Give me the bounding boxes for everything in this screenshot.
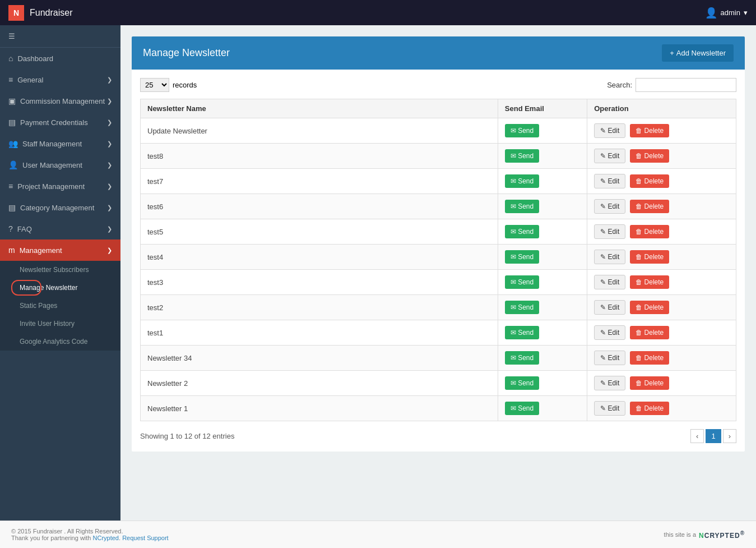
sidebar-label-payment: Payment Credentials xyxy=(20,118,88,127)
main-layout: ☰ ⌂ Dashboard ≡ General ❯ ▣ Commission M… xyxy=(0,25,756,521)
sidebar-subitem-google-analytics[interactable]: Google Analytics Code xyxy=(0,333,120,351)
pagination-page-1-button[interactable]: 1 xyxy=(706,429,721,443)
cell-newsletter-name: test6 xyxy=(141,194,498,219)
delete-button[interactable]: 🗑 Delete xyxy=(630,174,669,188)
ncrypted-link[interactable]: NCrypted xyxy=(93,535,119,541)
sidebar-label-user: User Management xyxy=(22,161,82,169)
search-input[interactable] xyxy=(636,78,736,92)
sidebar-subitem-static-pages[interactable]: Static Pages xyxy=(0,297,120,315)
sidebar-item-user[interactable]: 👤 User Management ❯ xyxy=(0,154,120,176)
records-label: records xyxy=(173,81,197,89)
delete-button[interactable]: 🗑 Delete xyxy=(630,351,669,365)
send-button[interactable]: ✉ Send xyxy=(505,200,539,213)
records-left: 25 50 100 records xyxy=(140,78,197,92)
edit-button[interactable]: ✎ Edit xyxy=(594,174,625,188)
send-button[interactable]: ✉ Send xyxy=(505,124,539,137)
sidebar-subitem-manage-newsletter[interactable]: Manage Newsletter xyxy=(0,279,120,297)
management-subitems: Newsletter Subscribers Manage Newsletter… xyxy=(0,261,120,351)
cell-operation: ✎ Edit🗑 Delete xyxy=(587,295,736,320)
send-button[interactable]: ✉ Send xyxy=(505,275,539,289)
sidebar-item-commission[interactable]: ▣ Commission Management ❯ xyxy=(0,90,120,112)
sidebar-item-management[interactable]: m Management ❯ xyxy=(0,240,120,261)
cell-operation: ✎ Edit🗑 Delete xyxy=(587,320,736,346)
request-support-link[interactable]: Request Support xyxy=(122,535,169,541)
cell-operation: ✎ Edit🗑 Delete xyxy=(587,396,736,421)
edit-button[interactable]: ✎ Edit xyxy=(594,250,625,264)
sidebar-item-staff[interactable]: 👥 Staff Management ❯ xyxy=(0,133,120,154)
sidebar-item-project[interactable]: ≡ Project Management ❯ xyxy=(0,176,120,197)
cell-newsletter-name: test1 xyxy=(141,320,498,346)
send-button[interactable]: ✉ Send xyxy=(505,174,539,188)
edit-button[interactable]: ✎ Edit xyxy=(594,199,625,214)
general-arrow-icon: ❯ xyxy=(107,76,112,84)
delete-button[interactable]: 🗑 Delete xyxy=(630,250,669,264)
delete-button[interactable]: 🗑 Delete xyxy=(630,402,669,415)
app-title: Fundraiser xyxy=(30,8,72,18)
send-button[interactable]: ✉ Send xyxy=(505,225,539,238)
delete-button[interactable]: 🗑 Delete xyxy=(630,124,669,137)
edit-button[interactable]: ✎ Edit xyxy=(594,351,625,365)
sidebar-label-general: General xyxy=(17,76,43,84)
pagination-prev-button[interactable]: ‹ xyxy=(690,429,704,443)
table-row: Newsletter 34✉ Send✎ Edit🗑 Delete xyxy=(141,346,736,371)
delete-button[interactable]: 🗑 Delete xyxy=(630,376,669,390)
sidebar-label-category: Category Management xyxy=(20,204,94,212)
general-icon: ≡ xyxy=(8,75,13,84)
delete-button[interactable]: 🗑 Delete xyxy=(630,149,669,163)
sidebar-subitem-invite-user-history[interactable]: Invite User History xyxy=(0,315,120,333)
top-navbar: N Fundraiser 👤 admin ▾ xyxy=(0,0,756,25)
edit-button[interactable]: ✎ Edit xyxy=(594,149,625,163)
edit-button[interactable]: ✎ Edit xyxy=(594,401,625,416)
send-button[interactable]: ✉ Send xyxy=(505,402,539,415)
table-row: test6✉ Send✎ Edit🗑 Delete xyxy=(141,194,736,219)
sidebar-item-faq[interactable]: ? FAQ ❯ xyxy=(0,218,120,240)
delete-button[interactable]: 🗑 Delete xyxy=(630,326,669,339)
edit-button[interactable]: ✎ Edit xyxy=(594,376,625,390)
send-button[interactable]: ✉ Send xyxy=(505,326,539,339)
cell-newsletter-name: test5 xyxy=(141,219,498,245)
cell-send-email: ✉ Send xyxy=(498,371,587,396)
edit-button[interactable]: ✎ Edit xyxy=(594,300,625,315)
cell-newsletter-name: test8 xyxy=(141,144,498,169)
plus-icon: + xyxy=(670,49,674,57)
edit-button[interactable]: ✎ Edit xyxy=(594,275,625,289)
delete-button[interactable]: 🗑 Delete xyxy=(630,225,669,238)
pagination-next-button[interactable]: › xyxy=(723,429,736,443)
table-row: Newsletter 1✉ Send✎ Edit🗑 Delete xyxy=(141,396,736,421)
sidebar-item-general[interactable]: ≡ General ❯ xyxy=(0,69,120,90)
sidebar-item-payment[interactable]: ▤ Payment Credentials ❯ xyxy=(0,112,120,133)
delete-button[interactable]: 🗑 Delete xyxy=(630,275,669,289)
delete-button[interactable]: 🗑 Delete xyxy=(630,301,669,314)
send-button[interactable]: ✉ Send xyxy=(505,250,539,264)
cell-newsletter-name: test3 xyxy=(141,270,498,295)
manage-newsletter-label: Manage Newsletter xyxy=(20,284,77,292)
footer-this-site-text: this site is a xyxy=(664,531,696,538)
table-header-row: Newsletter Name Send Email Operation xyxy=(141,99,736,118)
cell-newsletter-name: Newsletter 2 xyxy=(141,371,498,396)
sidebar-item-dashboard[interactable]: ⌂ Dashboard xyxy=(0,48,120,69)
staff-arrow-icon: ❯ xyxy=(107,140,112,148)
edit-button[interactable]: ✎ Edit xyxy=(594,325,625,340)
sidebar-toggle-button[interactable]: ☰ xyxy=(0,25,120,48)
send-button[interactable]: ✉ Send xyxy=(505,149,539,163)
static-pages-label: Static Pages xyxy=(20,302,57,310)
records-per-page-select[interactable]: 25 50 100 xyxy=(140,78,169,92)
delete-button[interactable]: 🗑 Delete xyxy=(630,200,669,213)
dashboard-icon: ⌂ xyxy=(8,54,13,63)
edit-button[interactable]: ✎ Edit xyxy=(594,123,625,138)
search-right: Search: xyxy=(607,78,736,92)
add-newsletter-button[interactable]: + Add Newsletter xyxy=(662,44,734,62)
category-arrow-icon: ❯ xyxy=(107,204,112,211)
page-header: Manage Newsletter + Add Newsletter xyxy=(132,36,745,70)
hamburger-icon: ☰ xyxy=(8,32,15,40)
ncrypted-brand-logo: NCRYPTED® xyxy=(699,530,745,540)
user-dropdown-icon[interactable]: ▾ xyxy=(744,8,748,17)
sidebar-subitem-newsletter-subscribers[interactable]: Newsletter Subscribers xyxy=(0,261,120,279)
send-button[interactable]: ✉ Send xyxy=(505,376,539,390)
cell-newsletter-name: Update Newsletter xyxy=(141,118,498,144)
sidebar-item-category[interactable]: ▤ Category Management ❯ xyxy=(0,197,120,218)
send-button[interactable]: ✉ Send xyxy=(505,301,539,314)
sidebar-label-commission: Commission Management xyxy=(20,97,105,105)
send-button[interactable]: ✉ Send xyxy=(505,351,539,365)
edit-button[interactable]: ✎ Edit xyxy=(594,224,625,239)
